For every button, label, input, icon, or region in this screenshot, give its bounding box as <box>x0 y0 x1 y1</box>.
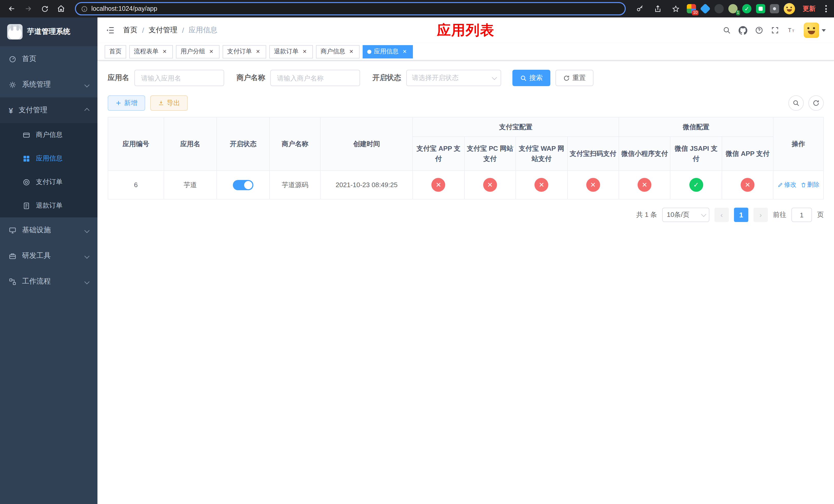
browser-forward-icon[interactable] <box>22 2 35 15</box>
sidebar-item-pay-order[interactable]: 支付订单 <box>0 170 97 194</box>
tab-pay-order[interactable]: 支付订单 ✕ <box>223 45 266 58</box>
breadcrumb-home[interactable]: 首页 <box>123 26 137 35</box>
sidebar-item-pay[interactable]: ¥ 支付管理 <box>0 97 97 123</box>
col-alipay-app: 支付宝 APP 支付 <box>413 137 464 170</box>
page-size-select[interactable]: 10条/页 <box>662 208 709 222</box>
url-bar[interactable]: localhost:1024/pay/app <box>75 2 626 15</box>
col-app-name: 应用名 <box>164 117 217 170</box>
sidebar-item-workflow[interactable]: 工作流程 <box>0 269 97 294</box>
close-icon[interactable]: ✕ <box>208 48 215 55</box>
sidebar-item-label: 退款订单 <box>36 201 63 210</box>
dashboard-icon <box>9 55 16 63</box>
export-button[interactable]: 导出 <box>150 95 188 111</box>
current-page-button[interactable]: 1 <box>734 208 748 222</box>
user-avatar-menu[interactable] <box>804 23 826 38</box>
toggle-search-icon[interactable] <box>788 95 804 111</box>
page-content: 应用名 商户名称 开启状态 请选择开启状态 搜索 重置 <box>97 61 834 504</box>
sidebar: 芋道管理系统 首页 系统管理 ¥ 支付管理 <box>0 18 97 504</box>
sidebar-item-label: 支付管理 <box>19 106 47 115</box>
col-alipay-qr: 支付宝扫码支付 <box>567 137 619 170</box>
pagination: 共 1 条 10条/页 ‹ 1 › 前往 页 <box>108 208 824 222</box>
tab-merchant-info[interactable]: 商户信息 ✕ <box>316 45 359 58</box>
sidebar-item-infra[interactable]: 基础设施 <box>0 217 97 243</box>
merchant-name-input[interactable] <box>270 70 360 86</box>
browser-home-icon[interactable] <box>54 2 68 15</box>
extension-check-icon[interactable]: ✓ <box>742 4 751 13</box>
tab-process-form[interactable]: 流程表单 ✕ <box>129 45 173 58</box>
chevron-down-icon <box>492 75 497 80</box>
close-icon[interactable]: ✕ <box>301 48 308 55</box>
sidebar-item-merchant-info[interactable]: 商户信息 <box>0 123 97 147</box>
extension-dark-icon[interactable] <box>715 4 724 13</box>
search-icon[interactable] <box>723 26 731 35</box>
extension-profile-icon[interactable]: 1 <box>728 4 738 13</box>
extension-diamond-icon[interactable] <box>700 3 711 14</box>
refresh-table-icon[interactable] <box>808 95 824 111</box>
app-name-input[interactable] <box>134 70 224 86</box>
status-toggle[interactable] <box>233 180 254 190</box>
browser-menu-icon[interactable] <box>823 3 829 14</box>
close-icon[interactable]: ✕ <box>255 48 262 55</box>
col-group-alipay: 支付宝配置 <box>413 117 619 137</box>
close-icon[interactable]: ✕ <box>348 48 355 55</box>
extension-chat-icon[interactable] <box>756 4 765 13</box>
toolbox-icon <box>9 252 16 260</box>
reset-button[interactable]: 重置 <box>555 70 593 86</box>
alipay-wap-status-icon <box>535 178 549 192</box>
breadcrumb-separator: / <box>182 26 184 35</box>
tab-user-group[interactable]: 用户分组 ✕ <box>176 45 220 58</box>
extension-pin-icon[interactable] <box>770 4 779 13</box>
status-select[interactable]: 请选择开启状态 <box>406 70 501 86</box>
sidebar-item-system[interactable]: 系统管理 <box>0 72 97 97</box>
tab-app-info[interactable]: 应用信息 ✕ <box>363 45 413 58</box>
col-actions: 操作 <box>773 117 824 170</box>
sidebar-item-devtools[interactable]: 研发工具 <box>0 243 97 269</box>
goto-page-input[interactable] <box>791 208 812 222</box>
merchant-name-label: 商户名称 <box>237 73 265 83</box>
tab-refund-order[interactable]: 退款订单 ✕ <box>269 45 313 58</box>
col-group-wechat: 微信配置 <box>619 117 773 137</box>
edit-link[interactable]: 修改 <box>777 181 796 189</box>
sidebar-item-app-info[interactable]: 应用信息 <box>0 147 97 170</box>
sidebar-collapse-icon[interactable] <box>106 26 115 35</box>
help-icon[interactable] <box>755 26 763 35</box>
site-info-icon[interactable] <box>81 5 88 12</box>
trash-icon <box>800 182 806 188</box>
browser-reload-icon[interactable] <box>38 2 51 15</box>
refresh-icon <box>563 75 570 81</box>
app-title: 芋道管理系统 <box>27 27 70 37</box>
breadcrumb-pay[interactable]: 支付管理 <box>149 26 177 35</box>
tab-home[interactable]: 首页 <box>105 45 126 58</box>
bookmark-star-icon[interactable] <box>669 2 682 15</box>
search-button[interactable]: 搜索 <box>512 70 550 86</box>
tab-label: 应用信息 <box>374 47 398 56</box>
col-create-time: 创建时间 <box>321 117 413 170</box>
app-logo-row[interactable]: 芋道管理系统 <box>0 18 97 46</box>
browser-profile-avatar[interactable] <box>784 3 795 14</box>
fullscreen-icon[interactable] <box>771 26 779 35</box>
sidebar-item-refund-order[interactable]: 退款订单 <box>0 194 97 217</box>
prev-page-button[interactable]: ‹ <box>715 208 729 222</box>
font-size-icon[interactable]: TT <box>787 26 796 35</box>
breadcrumb-separator: / <box>142 26 144 35</box>
close-icon[interactable]: ✕ <box>161 48 168 55</box>
col-alipay-pc: 支付宝 PC 网站支付 <box>464 137 516 170</box>
wechat-jsapi-status-icon <box>689 178 703 192</box>
share-icon[interactable] <box>651 2 664 15</box>
next-page-button[interactable]: › <box>753 208 768 222</box>
sidebar-item-home[interactable]: 首页 <box>0 46 97 72</box>
extension-grid-icon[interactable]: 10 <box>687 4 696 13</box>
yen-icon: ¥ <box>9 107 13 114</box>
app-shell: 芋道管理系统 首页 系统管理 ¥ 支付管理 <box>0 18 834 504</box>
browser-back-icon[interactable] <box>5 2 19 15</box>
cell-merchant: 芋道源码 <box>269 170 320 199</box>
sidebar-item-label: 工作流程 <box>22 277 51 286</box>
close-icon[interactable]: ✕ <box>401 48 408 55</box>
password-key-icon[interactable] <box>633 2 646 15</box>
add-button[interactable]: 新增 <box>108 95 145 111</box>
chrome-update-button[interactable]: 更新 <box>799 3 819 15</box>
tab-label: 首页 <box>109 47 122 56</box>
app-name-label: 应用名 <box>108 73 129 83</box>
delete-link[interactable]: 删除 <box>800 181 819 189</box>
github-icon[interactable] <box>739 26 747 35</box>
